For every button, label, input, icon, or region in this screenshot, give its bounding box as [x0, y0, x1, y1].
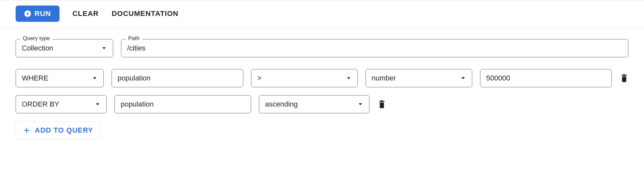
- chevron-down-icon: [357, 101, 363, 107]
- chevron-down-icon: [460, 75, 466, 81]
- toolbar: RUN CLEAR DOCUMENTATION: [0, 0, 644, 27]
- documentation-link[interactable]: DOCUMENTATION: [112, 9, 178, 18]
- clause-type-value: WHERE: [22, 74, 48, 82]
- path-field: Path: [121, 39, 628, 57]
- orderby-field-input[interactable]: [121, 100, 245, 108]
- run-label: RUN: [34, 9, 51, 18]
- delete-clause-button[interactable]: [377, 100, 386, 109]
- svg-rect-3: [379, 101, 385, 102]
- query-builder: Query type Collection Path WHERE > numbe…: [0, 27, 644, 147]
- run-button[interactable]: RUN: [16, 6, 60, 22]
- where-field-input-wrap: [112, 69, 243, 87]
- query-type-select[interactable]: Collection: [16, 39, 113, 57]
- chevron-down-icon: [346, 75, 352, 81]
- query-type-field: Query type Collection: [16, 39, 113, 57]
- clear-button[interactable]: CLEAR: [73, 9, 99, 18]
- path-legend: Path: [126, 35, 142, 42]
- orderby-field-input-wrap: [114, 95, 251, 113]
- path-input-wrap: [121, 39, 628, 57]
- svg-rect-2: [623, 74, 625, 75]
- trash-icon: [378, 100, 385, 108]
- chevron-down-icon: [101, 45, 107, 51]
- where-value-input-wrap: [480, 69, 612, 87]
- where-operator-value: >: [257, 74, 262, 82]
- delete-clause-button[interactable]: [620, 74, 628, 83]
- add-to-query-button[interactable]: ADD TO QUERY: [16, 121, 101, 139]
- chevron-down-icon: [92, 75, 98, 81]
- query-type-legend: Query type: [20, 35, 52, 42]
- where-type-select[interactable]: number: [366, 69, 472, 87]
- play-icon: [24, 10, 31, 17]
- add-to-query-label: ADD TO QUERY: [35, 126, 93, 135]
- where-value-input[interactable]: [486, 74, 606, 82]
- orderby-direction-value: ascending: [265, 100, 298, 108]
- path-input[interactable]: [127, 44, 622, 52]
- svg-rect-4: [381, 100, 383, 101]
- where-field-input[interactable]: [118, 74, 237, 82]
- plus-icon: [23, 127, 30, 134]
- clause-type-select[interactable]: ORDER BY: [16, 95, 107, 113]
- chevron-down-icon: [95, 101, 101, 107]
- where-type-value: number: [372, 74, 396, 82]
- where-operator-select[interactable]: >: [251, 69, 358, 87]
- where-clause-row: WHERE > number: [16, 69, 628, 87]
- clause-type-value: ORDER BY: [22, 100, 59, 108]
- orderby-direction-select[interactable]: ascending: [259, 95, 369, 113]
- orderby-clause-row: ORDER BY ascending: [16, 95, 628, 113]
- svg-rect-1: [621, 75, 627, 76]
- query-type-value: Collection: [22, 44, 53, 52]
- clause-type-select[interactable]: WHERE: [16, 69, 104, 87]
- trash-icon: [621, 74, 628, 82]
